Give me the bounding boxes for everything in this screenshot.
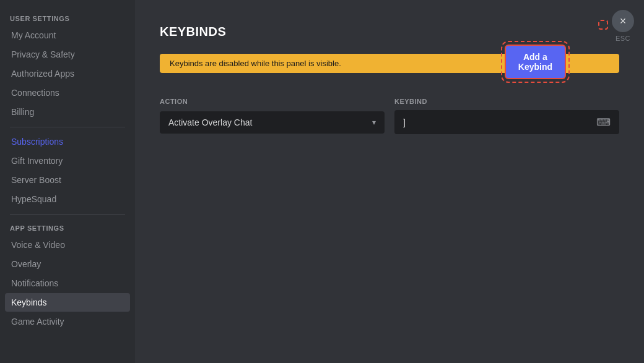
sidebar-item-keybinds[interactable]: Keybinds [5,293,130,312]
sidebar-divider-1 [10,127,125,127]
sidebar-item-overlay[interactable]: Overlay [5,255,130,273]
keybind-column-header: Keybind [394,98,619,105]
action-column-header: Action [160,98,385,105]
page-title: Keybinds [160,25,619,39]
keyboard-icon: ⌨ [596,116,611,128]
keybind-input-field[interactable]: ] ⌨ [394,110,619,134]
sidebar-item-subscriptions[interactable]: Subscriptions [5,132,130,151]
sidebar-item-voice-video[interactable]: Voice & Video [5,236,130,254]
sidebar-divider-2 [10,214,125,215]
sidebar-item-server-boost[interactable]: Server Boost [5,171,130,189]
main-content: Keybinds Keybinds are disabled while thi… [135,0,644,363]
table-row: Activate Overlay Chat ▾ ] ⌨ [160,110,619,134]
sidebar-item-authorized-apps[interactable]: Authorized Apps [5,64,130,83]
sidebar-item-gift-inventory[interactable]: Gift Inventory [5,152,130,170]
action-dropdown[interactable]: Activate Overlay Chat ▾ [160,111,385,134]
add-keybind-button[interactable]: Add a Keybind [506,46,565,78]
user-settings-section-label: User Settings [5,10,130,25]
close-button[interactable]: × [612,10,634,32]
chevron-down-icon: ▾ [372,118,376,127]
sidebar-item-my-account[interactable]: My Account [5,26,130,45]
sidebar-item-hypesquad[interactable]: HypeSquad [5,190,130,208]
sidebar-item-game-activity[interactable]: Game Activity [5,312,130,331]
sidebar-item-privacy-safety[interactable]: Privacy & Safety [5,45,130,64]
esc-label: ESC [616,35,630,42]
sidebar-item-notifications[interactable]: Notifications [5,274,130,293]
sidebar-item-connections[interactable]: Connections [5,83,130,102]
table-header-row: Action Keybind [160,98,619,105]
sidebar: User Settings My Account Privacy & Safet… [0,0,135,363]
add-keybind-wrapper: Add a Keybind [598,20,608,30]
app-settings-section-label: App Settings [5,220,130,234]
sidebar-item-billing[interactable]: Billing [5,103,130,121]
keybind-table: Action Keybind Activate Overlay Chat ▾ ]… [160,98,619,134]
